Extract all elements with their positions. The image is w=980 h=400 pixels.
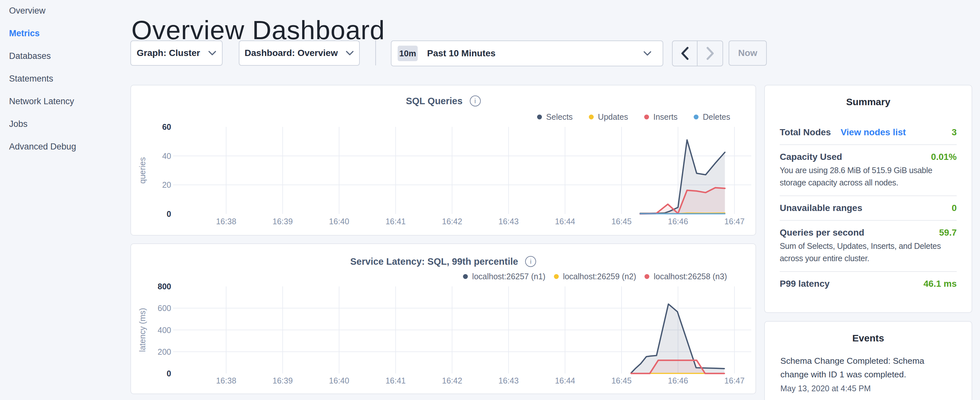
chevron-right-icon [706, 46, 714, 60]
chevron-down-icon [643, 51, 652, 56]
sidebar-nav: OverviewMetricsDatabasesStatementsNetwor… [9, 0, 76, 158]
time-forward-button[interactable] [698, 41, 722, 66]
svg-text:16:47: 16:47 [724, 376, 745, 385]
summary-row-label: Unavailable ranges [780, 203, 862, 213]
event-text: Schema Change Completed: Schema change w… [780, 354, 942, 381]
now-button[interactable]: Now [729, 40, 767, 66]
dashboard-dropdown[interactable]: Dashboard: Overview [239, 40, 360, 66]
summary-panel: Summary Total NodesView nodes list3Capac… [764, 85, 972, 313]
svg-text:0: 0 [167, 369, 171, 378]
svg-text:16:44: 16:44 [555, 217, 575, 226]
svg-text:16:38: 16:38 [216, 217, 237, 226]
time-window-badge: 10m [398, 46, 418, 61]
graph-dropdown-label: Graph: Cluster [137, 48, 200, 58]
svg-text:16:38: 16:38 [216, 376, 237, 385]
time-nav-arrows [672, 40, 723, 66]
svg-text:16:40: 16:40 [329, 217, 349, 226]
svg-text:16:42: 16:42 [442, 376, 462, 385]
svg-text:16:46: 16:46 [668, 376, 688, 385]
summary-row-value: 0 [951, 203, 957, 213]
svg-text:16:41: 16:41 [385, 217, 406, 226]
summary-row: P99 latency46.1 ms [780, 271, 957, 296]
summary-row-value: 46.1 ms [923, 279, 957, 289]
svg-text:60: 60 [162, 122, 171, 131]
svg-text:16:43: 16:43 [499, 376, 519, 385]
sidebar-item-databases[interactable]: Databases [9, 45, 76, 67]
summary-row: Capacity Used0.01%You are using 28.6 MiB… [780, 144, 957, 196]
toolbar-divider [375, 40, 376, 65]
svg-text:16:47: 16:47 [724, 217, 745, 226]
graph-dropdown[interactable]: Graph: Cluster [130, 40, 223, 66]
svg-text:16:45: 16:45 [611, 376, 632, 385]
svg-text:400: 400 [158, 325, 171, 335]
summary-row-value: 3 [951, 127, 957, 137]
svg-text:800: 800 [158, 282, 171, 291]
summary-row: Unavailable ranges0 [780, 196, 957, 220]
svg-text:200: 200 [158, 347, 171, 356]
sidebar-item-statements[interactable]: Statements [9, 67, 76, 90]
svg-text:16:44: 16:44 [555, 376, 575, 385]
svg-text:16:46: 16:46 [668, 217, 688, 226]
chevron-down-icon [208, 51, 216, 56]
summary-row-label: Total Nodes [780, 127, 831, 137]
svg-text:queries: queries [138, 157, 147, 184]
sidebar-item-advanced-debug[interactable]: Advanced Debug [9, 135, 76, 158]
svg-text:16:45: 16:45 [611, 217, 632, 226]
svg-text:16:43: 16:43 [499, 217, 519, 226]
svg-text:600: 600 [158, 304, 171, 312]
time-back-button[interactable] [673, 41, 698, 66]
time-window-label: Past 10 Minutes [427, 48, 496, 59]
summary-row-description: You are using 28.6 MiB of 515.9 GiB usab… [780, 164, 957, 189]
summary-title: Summary [765, 85, 972, 107]
sidebar-item-jobs[interactable]: Jobs [9, 113, 76, 135]
sql-queries-chart: 16:3816:3916:4016:4116:4216:4316:4416:45… [131, 85, 756, 235]
svg-text:16:40: 16:40 [329, 376, 349, 385]
chevron-down-icon [345, 51, 354, 56]
time-range-dropdown[interactable]: 10m Past 10 Minutes [391, 40, 663, 66]
svg-text:16:42: 16:42 [442, 217, 462, 226]
events-title: Events [765, 322, 972, 344]
svg-text:20: 20 [162, 180, 171, 189]
view-nodes-link[interactable]: View nodes list [840, 127, 906, 137]
svg-text:16:39: 16:39 [272, 217, 293, 226]
summary-row-value: 0.01% [931, 152, 957, 162]
sql-queries-panel: SQL QueriesiSelectsUpdatesInsertsDeletes… [130, 85, 756, 236]
chevron-left-icon [681, 46, 689, 60]
svg-text:latency (ms): latency (ms) [138, 308, 147, 352]
summary-row-label: Capacity Used [780, 152, 842, 162]
event-date: May 13, 2020 at 4:45 PM [780, 384, 956, 393]
sidebar-item-metrics[interactable]: Metrics [9, 22, 76, 45]
svg-text:40: 40 [162, 151, 171, 161]
summary-row: Queries per second59.7Sum of Selects, Up… [780, 220, 957, 271]
summary-row-label: Queries per second [780, 228, 864, 238]
sidebar-item-network-latency[interactable]: Network Latency [9, 90, 76, 113]
sidebar-item-overview[interactable]: Overview [9, 0, 76, 22]
svg-text:16:41: 16:41 [385, 376, 406, 385]
summary-row: Total NodesView nodes list3 [780, 120, 957, 144]
service-latency-panel: Service Latency: SQL, 99th percentileilo… [130, 243, 756, 394]
svg-text:0: 0 [167, 209, 171, 218]
event-item: Schema Change Completed: Schema change w… [765, 354, 972, 393]
db-console-page: OverviewMetricsDatabasesStatementsNetwor… [0, 0, 980, 400]
service-latency-chart: 16:3816:3916:4016:4116:4216:4316:4416:45… [131, 244, 756, 394]
summary-row-label: P99 latency [780, 279, 830, 289]
summary-row-description: Sum of Selects, Updates, Inserts, and De… [780, 240, 957, 265]
events-panel: Events Schema Change Completed: Schema c… [764, 321, 972, 400]
summary-row-value: 59.7 [939, 228, 957, 238]
svg-text:16:39: 16:39 [272, 376, 293, 385]
dashboard-dropdown-label: Dashboard: Overview [245, 48, 338, 58]
